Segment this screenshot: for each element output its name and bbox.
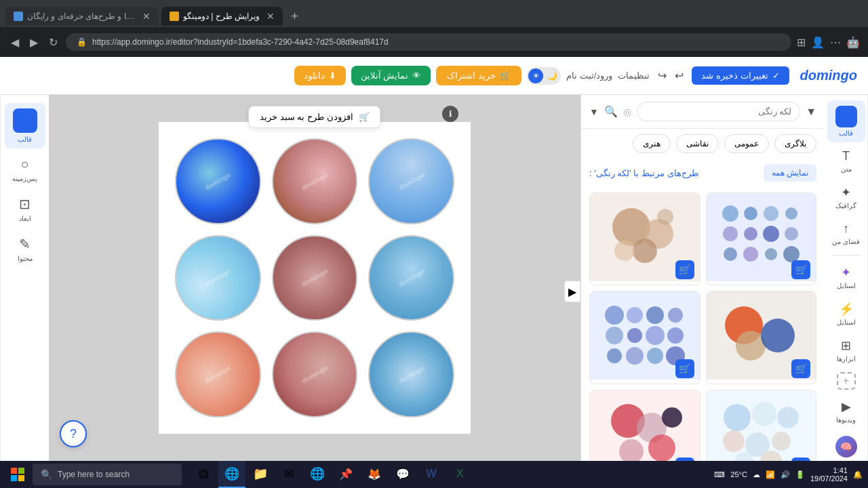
new-tab-button[interactable]: + [285,9,304,24]
notification-icon[interactable]: 🔔 [853,470,863,479]
watermark-7: domingo [203,364,232,385]
tool-item-style[interactable]: ⚡ استایل [827,296,865,331]
tool-item-template[interactable]: ⊞ قالب [827,100,865,142]
cat-tab-general[interactable]: عمومی [724,134,769,153]
online-preview-button[interactable]: 👁 نمایش آنلاین [351,66,431,85]
tab-close-1[interactable]: ✕ [142,11,151,22]
tool-item-videos[interactable]: ▶ ویدیوها [827,394,865,429]
tool-item-tools[interactable]: ⊞ ابزارها [827,333,865,368]
svg-rect-48 [18,475,24,481]
graphic-tool-label: گرافیک [835,202,856,209]
download-button[interactable]: ⬇ دانلود [294,66,346,85]
undo-redo-group: ↩ ↪ [655,66,686,85]
extensions-icon[interactable]: ⊞ [797,36,806,49]
ai-badge[interactable]: 🧠 [835,436,857,458]
watermark-1: domingo [203,171,232,192]
svg-rect-46 [18,468,24,474]
svg-point-16 [657,209,673,225]
cat-tab-bloggers[interactable]: بلاگری [774,134,816,153]
add-tool-button[interactable]: + [837,372,856,390]
more-icon[interactable]: ⋯ [830,36,841,49]
add-template-3-button[interactable]: 🛒 [791,359,810,378]
start-button[interactable] [5,462,30,487]
taskbar-app-chrome[interactable]: 🌐 [304,461,331,488]
tool-item-ai[interactable]: ✦ استایل [827,260,865,295]
template-card-4[interactable]: 🛒 [589,291,701,384]
tab-favicon-1 [14,12,23,21]
panel-title-text: طرح‌های مرتبط با [633,168,698,178]
tool-item-graphic[interactable]: ✦ گرافیک [827,180,865,215]
saved-label: تغییرات ذخیره شد [701,70,768,81]
search-button[interactable]: 🔍 [604,105,618,118]
network-icon[interactable]: 📶 [766,470,775,479]
right-panel: ▼ ◎ 🔍 ▼ بلاگری عمومی نقاشی هنری نمایش هم… [580,95,825,488]
volume-icon[interactable]: 🔊 [781,470,790,479]
template-card-2[interactable]: 🛒 [589,192,701,285]
dark-theme-dot[interactable]: ☀ [528,68,543,83]
ai-tool-icon: ✦ [841,265,851,280]
add-template-4-button[interactable]: 🛒 [675,359,694,378]
refresh-button[interactable]: ↻ [46,33,60,52]
subscribe-button[interactable]: 🛒 خرید اشتراک [436,66,521,85]
filter-icon[interactable]: ▼ [589,106,599,117]
add-to-cart-button[interactable]: 🛒 افزودن طرح به سبد خرید [248,106,380,128]
cat-tab-painting[interactable]: نقاشی [676,134,719,153]
settings-button[interactable]: تنظیمات [618,70,650,81]
help-button[interactable]: ? [60,420,87,447]
svg-point-22 [646,306,664,324]
profile-icon[interactable]: 👤 [811,36,825,49]
taskbar-app-explorer[interactable]: 📁 [247,461,274,488]
taskbar-app-task-view[interactable]: ⧉ [190,461,217,488]
copilot-icon[interactable]: 🤖 [846,36,860,49]
forward-button[interactable]: ▶ [27,33,41,52]
messenger-icon: 💬 [396,468,410,481]
taskbar-app-pin[interactable]: 📌 [332,461,359,488]
tool-item-text[interactable]: T متن [827,144,865,178]
nav-bar: ◀ ▶ ↻ 🔒 https://app.domingo.ir/editor?in… [0,27,868,57]
add-template-2-button[interactable]: 🛒 [675,260,694,279]
sidebar-item-background[interactable]: ○ پس‌زمینه [5,151,45,188]
left-sidebar: ⊞ قالب ○ پس‌زمینه ⊡ ابعاد ✎ محتوا [0,95,49,488]
search-clear-icon[interactable]: ◎ [623,106,631,117]
svg-point-14 [633,239,657,263]
template-card-1[interactable]: 🛒 [706,192,817,285]
taskbar-search[interactable]: 🔍 Type here to search [33,464,182,485]
sidebar-item-template[interactable]: ⊞ قالب [5,103,45,148]
app-body: ⊞ قالب ○ پس‌زمینه ⊡ ابعاد ✎ محتوا � [0,95,868,488]
signin-button[interactable]: ورود/ثبت نام [566,70,612,81]
address-bar[interactable]: 🔒 https://app.domingo.ir/editor?industry… [66,33,791,51]
info-button[interactable]: ℹ [442,106,458,122]
theme-toggle[interactable]: 🌙 ☀ [527,67,561,85]
app: domingo ✓ تغییرات ذخیره شد ↩ ↪ تنظیمات و… [0,57,868,488]
light-theme-dot[interactable]: 🌙 [545,68,559,83]
task-view-icon: ⧉ [199,466,208,482]
tab-close-2[interactable]: ✕ [267,11,275,22]
back-button[interactable]: ◀ [8,33,22,52]
battery-icon[interactable]: 🔋 [795,470,805,479]
template-card-3[interactable]: 🛒 [706,291,817,384]
show-all-button[interactable]: نمایش همه [764,164,816,182]
videos-tool-label: ویدیوها [836,416,856,424]
add-template-1-button[interactable]: 🛒 [791,260,810,279]
undo-button[interactable]: ↩ [672,66,686,85]
filter-button[interactable]: ▼ [806,106,816,118]
saved-button[interactable]: ✓ تغییرات ذخیره شد [692,66,789,85]
taskbar-app-mail[interactable]: ✉ [275,461,302,488]
browser-chrome: قالب‌ها و طرح‌های حرفه‌ای و رایگان ✕ ویر… [0,0,868,57]
taskbar-app-edge[interactable]: 🌐 [218,461,245,488]
sidebar-item-dimensions[interactable]: ⊡ ابعاد [5,190,45,228]
taskbar-app-word[interactable]: W [418,461,445,488]
taskbar-app-excel[interactable]: X [446,461,473,488]
tab-1[interactable]: قالب‌ها و طرح‌های حرفه‌ای و رایگان ✕ [5,7,159,26]
collapse-panel-button[interactable]: ▶ [564,281,580,302]
tool-item-space[interactable]: ↑ فضای من [827,216,865,251]
watermark-3: domingo [397,171,426,192]
taskbar-app-messenger[interactable]: 💬 [389,461,416,488]
sidebar-item-content[interactable]: ✎ محتوا [5,230,45,268]
background-icon: ○ [20,157,28,172]
cat-tab-art[interactable]: هنری [633,134,671,153]
search-input[interactable] [637,102,800,121]
redo-button[interactable]: ↪ [655,66,669,85]
tab-2[interactable]: ویرایش طرح | دومینگو ✕ [161,7,283,26]
taskbar-app-orange[interactable]: 🦊 [361,461,388,488]
